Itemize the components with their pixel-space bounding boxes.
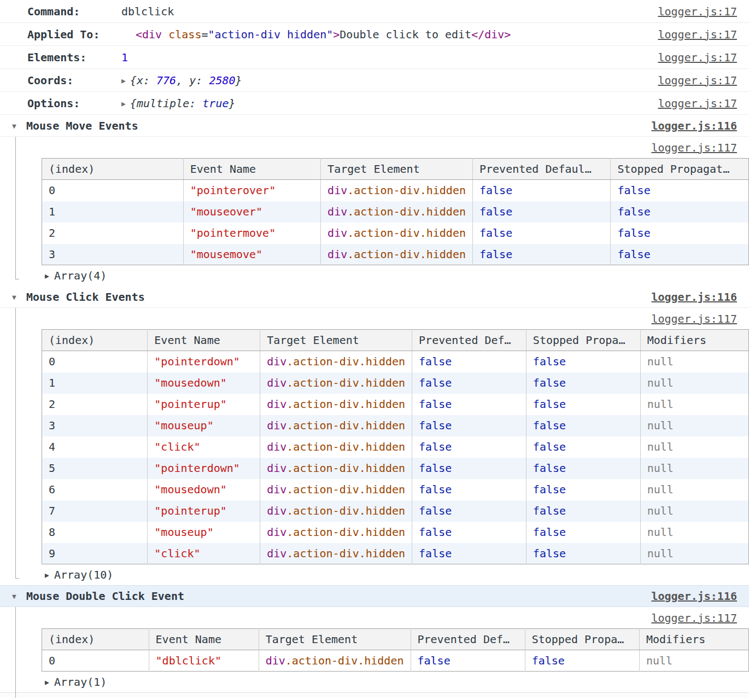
cell-prevented-default: false xyxy=(412,351,526,372)
cell-event-name: "pointerdown" xyxy=(148,458,260,479)
cell-event-name: "pointerover" xyxy=(183,180,320,201)
console-group-header-mouse-click[interactable]: ▼ Mouse Click Events logger.js:116 xyxy=(0,286,749,308)
cell-stopped-propagation: false xyxy=(611,244,749,265)
cell-event-name: "click" xyxy=(148,436,260,458)
cell-text: "pointerdown" xyxy=(154,355,240,368)
cell-text: 6 xyxy=(49,483,55,496)
cell-text: .action-div.hidden xyxy=(347,248,466,261)
table-log-row: logger.js:117 xyxy=(0,308,749,329)
cell-text: false xyxy=(419,462,452,475)
column-header[interactable]: Event Name xyxy=(149,629,259,650)
cell-text: false xyxy=(419,419,452,432)
value-segment: > xyxy=(333,28,340,41)
log-value: dblclick xyxy=(121,5,174,18)
source-link[interactable]: logger.js:17 xyxy=(658,5,738,18)
cell-target-element: div.action-div.hidden xyxy=(260,394,412,415)
cell-stopped-propagation: false xyxy=(526,351,640,372)
column-header[interactable]: Target Element xyxy=(321,159,473,180)
array-preview[interactable]: ▶ Array(1) xyxy=(0,672,749,692)
column-header[interactable]: Prevented Def… xyxy=(412,330,526,351)
next-row-divider xyxy=(0,692,749,698)
source-link[interactable]: logger.js:17 xyxy=(658,51,738,64)
cell-stopped-propagation: false xyxy=(611,201,749,223)
cell-text: null xyxy=(647,355,674,368)
collapse-triangle-icon[interactable]: ▼ xyxy=(12,293,16,301)
cell-text: .action-div.hidden xyxy=(286,376,405,389)
cell-text: false xyxy=(533,483,566,496)
expand-triangle-icon[interactable]: ▶ xyxy=(45,571,49,579)
expand-triangle-icon[interactable]: ▶ xyxy=(45,678,49,686)
cell-index: 0 xyxy=(42,650,149,672)
table-header-row: (index)Event NameTarget ElementPrevented… xyxy=(42,629,749,650)
value-segment: class xyxy=(168,28,201,41)
cell-text: false xyxy=(419,504,452,517)
source-link[interactable]: logger.js:116 xyxy=(651,290,737,304)
column-header[interactable]: Stopped Propa… xyxy=(525,629,639,650)
table-row: 0"dblclick"div.action-div.hiddenfalsefal… xyxy=(42,650,749,672)
expand-triangle-icon[interactable]: ▶ xyxy=(121,77,126,85)
log-label: Command: xyxy=(27,5,80,18)
cell-text: false xyxy=(617,226,650,240)
console-group-header-mouse-double-click[interactable]: ▼ Mouse Double Click Event logger.js:116 xyxy=(0,585,749,607)
source-link[interactable]: logger.js:117 xyxy=(651,141,737,154)
column-header[interactable]: Modifiers xyxy=(640,330,748,351)
cell-text: false xyxy=(533,504,566,517)
group-title: Mouse Click Events xyxy=(26,290,145,304)
expand-triangle-icon[interactable]: ▶ xyxy=(121,100,126,108)
column-header[interactable]: Event Name xyxy=(183,159,320,180)
column-header[interactable]: (index) xyxy=(42,629,149,650)
cell-text: "mousemove" xyxy=(190,248,262,261)
table-header-row: (index)Event NameTarget ElementPrevented… xyxy=(42,330,749,351)
source-link[interactable]: logger.js:117 xyxy=(651,312,737,325)
cell-stopped-propagation: false xyxy=(526,500,640,522)
cell-prevented-default: false xyxy=(412,500,526,522)
cell-text: false xyxy=(479,248,512,261)
cell-modifiers: null xyxy=(640,415,748,436)
cell-index: 0 xyxy=(42,351,148,372)
cell-text: .action-div.hidden xyxy=(286,504,405,517)
value-segment: { xyxy=(130,97,137,110)
value-segment: 2580 xyxy=(209,74,235,87)
object-preview-text: {multiple: true} xyxy=(130,97,236,110)
table-log-row: logger.js:117 xyxy=(0,137,749,158)
source-link[interactable]: logger.js:17 xyxy=(658,74,738,87)
console-group-header-mouse-move[interactable]: ▼ Mouse Move Events logger.js:116 xyxy=(0,115,749,137)
table-log-row: logger.js:117 xyxy=(0,607,749,628)
cell-modifiers: null xyxy=(640,458,748,479)
value-segment: dblclick xyxy=(121,5,174,18)
column-header[interactable]: Stopped Propagat… xyxy=(611,159,749,180)
value-segment xyxy=(162,28,168,41)
cell-prevented-default: false xyxy=(412,372,526,394)
column-header[interactable]: Modifiers xyxy=(639,629,748,650)
console-log-row-elements: Elements: 1 logger.js:17 xyxy=(0,46,749,69)
value-segment: Double click to edit xyxy=(340,28,471,41)
column-header[interactable]: Prevented Defaul… xyxy=(472,159,610,180)
source-link[interactable]: logger.js:116 xyxy=(651,119,737,132)
cell-text: "mouseup" xyxy=(154,419,213,432)
collapse-triangle-icon[interactable]: ▼ xyxy=(12,121,16,130)
cell-text: div xyxy=(267,419,286,432)
cell-text: false xyxy=(533,440,566,453)
column-header[interactable]: Event Name xyxy=(148,330,260,351)
group-title: Mouse Move Events xyxy=(26,119,138,132)
array-preview[interactable]: ▶ Array(10) xyxy=(0,564,749,585)
source-link[interactable]: logger.js:17 xyxy=(658,28,738,41)
cell-event-name: "mouseup" xyxy=(148,415,260,436)
table-row: 9"click"div.action-div.hiddenfalsefalsen… xyxy=(42,543,749,564)
collapse-triangle-icon[interactable]: ▼ xyxy=(12,592,16,600)
source-link[interactable]: logger.js:17 xyxy=(658,97,738,110)
cell-text: false xyxy=(479,226,512,240)
cell-text: div xyxy=(267,376,286,389)
source-link[interactable]: logger.js:117 xyxy=(651,611,737,625)
column-header[interactable]: Stopped Propa… xyxy=(526,330,640,351)
array-preview[interactable]: ▶ Array(4) xyxy=(0,265,749,286)
html-element-preview: <div class="action-div hidden">Double cl… xyxy=(136,28,511,41)
value-segment: , xyxy=(176,74,189,87)
column-header[interactable]: Prevented Def… xyxy=(411,629,525,650)
expand-triangle-icon[interactable]: ▶ xyxy=(45,272,49,280)
column-header[interactable]: (index) xyxy=(42,159,184,180)
column-header[interactable]: Target Element xyxy=(259,629,411,650)
column-header[interactable]: Target Element xyxy=(260,330,412,351)
source-link[interactable]: logger.js:116 xyxy=(651,590,737,603)
column-header[interactable]: (index) xyxy=(42,330,148,351)
